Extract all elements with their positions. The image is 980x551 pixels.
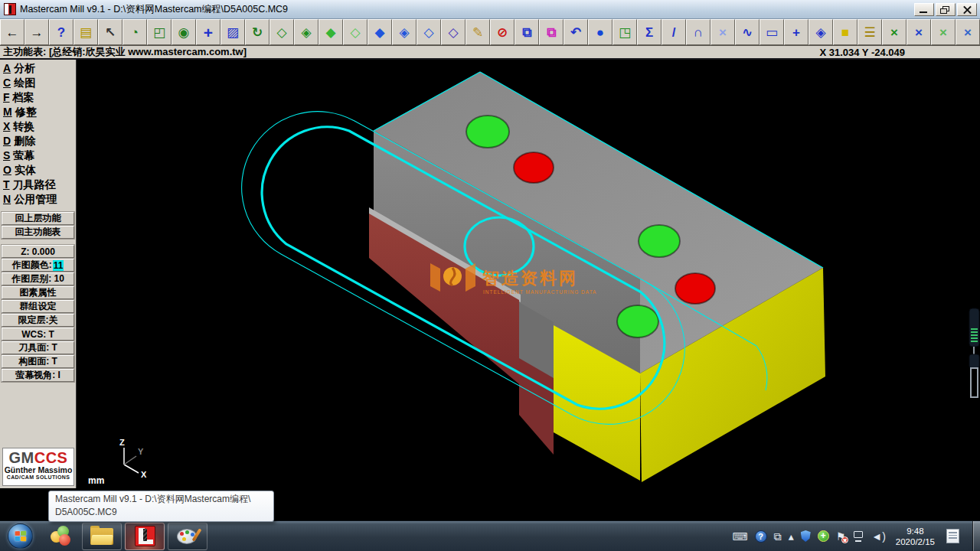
hole-red-1[interactable] [514, 152, 554, 183]
toolbar-solids-box-button[interactable]: ■ [833, 19, 858, 45]
sidebar-menu-item[interactable]: D删除 [3, 135, 76, 149]
sidebar-menu-item[interactable]: F档案 [3, 91, 76, 106]
close-button[interactable] [957, 3, 977, 16]
toolbar-arc-button[interactable]: ∩ [686, 19, 710, 45]
tray-keyboard-icon[interactable]: ⌨ [732, 531, 747, 542]
taskbar-pinwheel-app-button[interactable] [44, 523, 79, 550]
mastercam-icon [135, 526, 155, 546]
sidebar-menu-item[interactable]: A分析 [3, 62, 76, 77]
menu-hotkey: F [3, 91, 10, 103]
toolbar-gview-iso-button[interactable]: ◇ [343, 19, 368, 45]
sidebar-menu-item[interactable]: C绘图 [3, 77, 76, 91]
tray-window-icon[interactable]: ⧉ [774, 531, 782, 542]
tray-shield-icon[interactable] [801, 530, 811, 542]
toolbar-cplane-top-button[interactable]: ◆ [368, 19, 392, 45]
tray-notes-icon[interactable] [946, 529, 959, 543]
toolbar-icon: ⧉ [522, 26, 531, 39]
sidebar-menu-item[interactable]: S萤幕 [3, 149, 76, 164]
restore-button[interactable] [936, 3, 956, 16]
toolbar-curve-button[interactable]: ∿ [735, 19, 760, 45]
toolbar-gview-top-button[interactable]: ◇ [270, 19, 294, 45]
toolbar-icon: + [792, 26, 800, 39]
toolbar-forward-button[interactable]: → [24, 19, 49, 45]
hole-green-2[interactable] [639, 225, 680, 257]
toolbar-line-button[interactable]: / [662, 19, 686, 45]
toolbar-trim-1-button[interactable]: × [882, 19, 906, 45]
sidebar-backup-button[interactable]: 回上层功能 [2, 212, 74, 225]
hole-red-2[interactable] [675, 273, 715, 304]
mastercam-app-icon [4, 3, 16, 15]
sidebar-setting-button[interactable]: 限定层:关 [2, 314, 74, 327]
toolbar-surface-button[interactable]: ◈ [808, 19, 833, 45]
sidebar-menu-item[interactable]: O实体 [3, 164, 76, 178]
sidebar-setting-button[interactable]: 萤幕视角: I [2, 369, 74, 382]
toolbar-delete-button[interactable]: ⊘ [490, 19, 514, 45]
toolbar-cplane-side-button[interactable]: ◇ [416, 19, 441, 45]
hole-green-1[interactable] [466, 116, 509, 148]
toolbar-zoom-window-button[interactable]: ◰ [147, 19, 172, 45]
sidebar-menu-item[interactable]: X转换 [3, 120, 76, 135]
toolbar-repaint-button[interactable]: ▨ [220, 19, 245, 45]
tray-help-icon[interactable]: ? [755, 530, 767, 543]
sidebar-setting-button[interactable]: WCS: T [2, 328, 74, 341]
sidebar-setting-button[interactable]: 构图面: T [2, 355, 74, 368]
taskbar-paint-button[interactable] [168, 523, 207, 550]
menu-hotkey: C [3, 77, 11, 89]
menu-label: 萤幕 [13, 149, 34, 161]
toolbar-wcs-cube-button[interactable]: ◇ [441, 19, 466, 45]
toolbar-gview-side-button[interactable]: ◆ [318, 19, 343, 45]
toolbar-undo-button[interactable]: ↶ [564, 19, 588, 45]
toolbar-select-help-button[interactable]: ↖ [98, 19, 122, 45]
toolbar-sketch-button[interactable]: ✎ [466, 19, 490, 45]
toolbar-trim-3-button[interactable]: × [931, 19, 956, 45]
sidebar-setting-button[interactable]: 刀具面: T [2, 341, 74, 354]
sidebar-setting-button[interactable]: 作图颜色:11 [2, 259, 74, 272]
toolbar-cplane-front-button[interactable]: ◈ [392, 19, 416, 45]
toolbar-rect-button[interactable]: ▭ [760, 19, 784, 45]
toolbar-screen-cubes-button[interactable]: ◳ [612, 19, 637, 45]
toolbar-back-button[interactable]: ← [0, 19, 24, 45]
setting-label: 限定层:关 [18, 314, 58, 327]
toolbar-xform-copy-button[interactable]: ⧉ [539, 19, 564, 45]
toolbar-render-button[interactable]: ● [588, 19, 612, 45]
title-bar[interactable]: Mastercam Mill v9.1 - D:\资料网Mastercam编程\… [0, 0, 980, 19]
sidebar-menu-item[interactable]: M修整 [3, 106, 76, 120]
start-button[interactable] [8, 523, 33, 549]
toolbar-trim-4-button[interactable]: × [956, 19, 980, 45]
toolbar-xform-translate-button[interactable]: ⧉ [514, 19, 539, 45]
tray-volume-icon[interactable]: ◄) [871, 531, 886, 542]
toolbar-file-button[interactable]: ▤ [74, 19, 98, 45]
toolbar-icon: ▤ [80, 26, 92, 39]
sidebar-setting-button[interactable]: 群组设定 [2, 300, 74, 313]
toolbar-trim-2-button[interactable]: × [906, 19, 931, 45]
toolbar-help-button[interactable]: ? [49, 19, 74, 45]
toolbar-rotate-view-button[interactable]: ↻ [245, 19, 270, 45]
tray-action-center-icon[interactable]: ⚑ [836, 531, 846, 542]
tray-antivirus-icon[interactable]: + [818, 530, 829, 542]
minimize-button[interactable] [914, 3, 934, 16]
taskbar-mastercam-button[interactable] [125, 523, 165, 550]
tray-show-hidden-icon[interactable]: ▴ [789, 531, 794, 542]
toolbar-levels-button[interactable]: ☰ [858, 19, 882, 45]
graphics-viewport[interactable]: 智造资料网 INTELLIGENT MANUFACTURING DATA Z Y… [77, 60, 980, 488]
axis-z-label: Z [119, 438, 125, 447]
sidebar-menu-item[interactable]: N公用管理 [3, 193, 76, 207]
toolbar-point-button[interactable]: + [784, 19, 808, 45]
toolbar-zoom-out-button[interactable]: ◉ [172, 19, 196, 45]
hole-green-3[interactable] [617, 305, 658, 337]
toolbar-gview-front-button[interactable]: ◈ [294, 19, 318, 45]
sidebar-mainmenu-button[interactable]: 回主功能表 [2, 226, 74, 239]
sidebar-menu-item[interactable]: T刀具路径 [3, 178, 76, 193]
sidebar-setting-button[interactable]: Z: 0.000 [2, 245, 74, 258]
toolbar-zoom-dynamic-button[interactable]: ◔ [122, 19, 147, 45]
taskbar-clock[interactable]: 9:48 2020/2/15 [893, 526, 938, 547]
tray-network-icon[interactable] [852, 531, 864, 542]
sidebar-setting-button[interactable]: 图素属性 [2, 286, 74, 299]
show-desktop-button[interactable] [972, 521, 980, 551]
toolbar-spline-button[interactable]: × [710, 19, 735, 45]
taskbar-explorer-button[interactable] [82, 523, 122, 550]
toolbar-icon: ∿ [742, 26, 753, 39]
sidebar-setting-button[interactable]: 作图层别: 10 [2, 272, 74, 285]
toolbar-statistics-button[interactable]: Σ [637, 19, 662, 45]
toolbar-pan-button[interactable]: + [196, 19, 220, 45]
